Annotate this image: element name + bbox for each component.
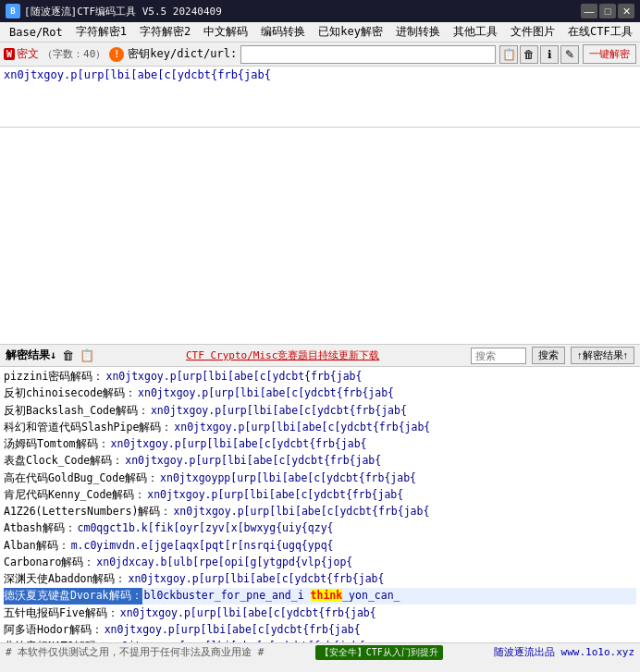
title-bar: B [随波逐流]CTF编码工具 V5.5 20240409 — □ ✕ — [0, 0, 640, 22]
search-button[interactable]: 搜索 — [532, 347, 565, 364]
cipher-text-7: xn0jtxgoy.p[urp[lbi[abe[c[ydcbt{frb{jab{ — [147, 487, 636, 503]
toolbar: W 密文 （字数：40） ! 密钥key/dict/url: 📋 🗑 ℹ ✎ 一… — [0, 43, 640, 67]
toolbar-icon-buttons: 📋 🗑 ℹ ✎ — [499, 45, 579, 64]
cipher-name-5: 表盘Clock_Code解码： — [4, 453, 123, 469]
menu-known-key[interactable]: 已知key解密 — [313, 22, 388, 42]
result-row-15: 阿多语Hodor解码：xn0jtxgoy.p[urp[lbi[abe[c[ydc… — [4, 622, 636, 638]
menu-encode-convert[interactable]: 编码转换 — [255, 22, 311, 42]
cipher-text-0: xn0jtxgoy.p[urp[lbi[abe[c[ydcbt{frb{jab{ — [105, 369, 636, 385]
cipher-text-6: xn0jtxgoypp[urp[lbi[abe[c[ydcbt{frb{jab{ — [160, 470, 636, 486]
result-up-button[interactable]: ↑解密结果↑ — [571, 347, 634, 364]
cipher-text-4: xn0jtxgoy.p[urp[lbi[abe[c[ydcbt{frb{jab{ — [111, 436, 636, 452]
cipher-name-12: 深渊天使Abaddon解码： — [4, 571, 126, 587]
menu-file-image[interactable]: 文件图片 — [505, 22, 560, 42]
menu-base-rot[interactable]: Base/Rot — [4, 24, 68, 41]
main-input-area[interactable]: xn0jtxgoy.p[urp[lbi[abe[c[ydcbt{frb{jab{ — [0, 67, 640, 128]
result-row-12: 深渊天使Abaddon解码：xn0jtxgoy.p[urp[lbi[abe[c[… — [4, 571, 636, 587]
input-label: 密文 — [17, 46, 39, 62]
title-bar-controls: — □ ✕ — [581, 4, 634, 18]
result-row-9: Atbash解码：cm0qgct1b.k[fik[oyr[zyv[x[bwxyg… — [4, 520, 636, 536]
menu-base-convert[interactable]: 进制转换 — [390, 22, 446, 42]
result-row-5: 表盘Clock_Code解码：xn0jtxgoy.p[urp[lbi[abe[c… — [4, 453, 636, 469]
cipher-name-10: Alban解码： — [4, 538, 69, 554]
result-row-10: Alban解码：m.c0yimvdn.e[jge[aqx[pqt[r[nsrqi… — [4, 538, 636, 554]
cipher-text-13: bl0ckbuster_for_pne_and_i think_yon_can_ — [144, 588, 636, 604]
cipher-text-14: xn0jtxgoy.p[urp[lbi[abe[c[ydcbt{frb{jab{ — [120, 605, 636, 621]
cipher-text-2: xn0jtxgoy.p[urp[lbi[abe[c[ydcbt{frb{jab{ — [151, 403, 636, 419]
result-row-13: 德沃夏克键盘Dvorak解码：bl0ckbuster_for_pne_and_i… — [4, 588, 636, 604]
cipher-name-3: 科幻和管道代码SlashPipe解码： — [4, 420, 172, 435]
cipher-name-1: 反初chinoisecode解码： — [4, 385, 136, 401]
result-row-14: 五针电报码Five解码：xn0jtxgoy.p[urp[lbi[abe[c[yd… — [4, 605, 636, 621]
results-label: 解密结果↓ — [6, 348, 56, 363]
cipher-text-11: xn0jdxcay.b[ulb[rpe[opi[g[ytgpd{vlp{jop{ — [96, 555, 636, 570]
copy-icon-btn[interactable]: 📋 — [499, 45, 518, 64]
result-row-1: 反初chinoisecode解码：xn0jtxgoy.p[urp[lbi[abe… — [4, 385, 636, 401]
search-input[interactable] — [471, 348, 526, 364]
key-input[interactable] — [240, 45, 496, 64]
one-click-decrypt-button[interactable]: 一键解密 — [583, 44, 636, 64]
char-count: （字数：40） — [43, 47, 105, 61]
key-label: 密钥key/dict/url: — [128, 46, 237, 62]
bottom-bar-center: 【安全牛】CTF从入门到提升 — [315, 645, 443, 660]
cipher-name-13: 德沃夏克键盘Dvorak解码： — [4, 588, 142, 604]
result-row-11: Carbonaro解码：xn0jdxcay.b[ulb[rpe[opi[g[yt… — [4, 555, 636, 570]
cipher-name-9: Atbash解码： — [4, 520, 76, 536]
minimize-button[interactable]: — — [581, 4, 597, 18]
cipher-text-5: xn0jtxgoy.p[urp[lbi[abe[c[ydcbt{frb{jab{ — [125, 453, 636, 469]
cipher-name-0: pizzini密码解码： — [4, 369, 104, 385]
results-copy-icon[interactable]: 📋 — [80, 348, 94, 362]
result-row-3: 科幻和管道代码SlashPipe解码：xn0jtxgoy.p[urp[lbi[a… — [4, 420, 636, 435]
menu-online-ctf[interactable]: 在线CTF工具 — [562, 22, 638, 42]
cipher-name-15: 阿多语Hodor解码： — [4, 622, 103, 638]
cipher-name-8: A1Z26(LettersNumbers)解码： — [4, 504, 171, 519]
cipher-text-10: m.c0yimvdn.e[jge[aqx[pqt[r[nsrqi{ugq{ypq… — [71, 538, 636, 554]
cipher-name-16: 北约音标NATO解码： — [4, 639, 107, 642]
menu-chinese-decode[interactable]: 中文解码 — [198, 22, 253, 42]
results-area: pizzini密码解码：xn0jtxgoy.p[urp[lbi[abe[c[yd… — [0, 367, 640, 642]
workspace — [0, 128, 640, 345]
results-area-outer: pizzini密码解码：xn0jtxgoy.p[urp[lbi[abe[c[yd… — [0, 367, 640, 642]
result-row-4: 汤姆码Tomtom解码：xn0jtxgoy.p[urp[lbi[abe[c[yd… — [4, 436, 636, 452]
input-label-group: W 密文 — [4, 46, 39, 62]
cipher-name-14: 五针电报码Five解码： — [4, 605, 118, 621]
result-row-6: 高在代码GoldBug_Code解码：xn0jtxgoypp[urp[lbi[a… — [4, 470, 636, 486]
menu-char-decrypt1[interactable]: 字符解密1 — [70, 22, 132, 42]
cipher-text-3: xn0jtxgoy.p[urp[lbi[abe[c[ydcbt{frb{jab{ — [174, 420, 636, 435]
result-row-0: pizzini密码解码：xn0jtxgoy.p[urp[lbi[abe[c[yd… — [4, 369, 636, 385]
result-row-2: 反初Backslash_Code解码：xn0jtxgoy.p[urp[lbi[a… — [4, 403, 636, 419]
app-icon: B — [6, 4, 20, 18]
cipher-name-2: 反初Backslash_Code解码： — [4, 403, 149, 419]
menu-bar: Base/Rot 字符解密1 字符解密2 中文解码 编码转换 已知key解密 进… — [0, 22, 640, 43]
cipher-text-9: cm0qgct1b.k[fik[oyr[zyv[x[bwxyg{uiy{qzy{ — [78, 520, 636, 536]
word-icon: W — [4, 48, 15, 60]
cipher-text-12: xn0jtxgoy.p[urp[lbi[abe[c[ydcbt{frb{jab{ — [128, 571, 636, 587]
menu-other-tools[interactable]: 其他工具 — [448, 22, 503, 42]
bottom-bar-left-text: # 本软件仅供测试之用，不提用于任何非法及商业用途 # — [6, 645, 265, 659]
highlighted-word: think — [311, 589, 343, 602]
close-button[interactable]: ✕ — [618, 4, 634, 18]
results-label-text: 解密结果↓ — [6, 348, 56, 363]
results-trash-icon[interactable]: 🗑 — [62, 348, 74, 362]
cipher-name-6: 高在代码GoldBug_Code解码： — [4, 470, 158, 486]
results-toolbar: 解密结果↓ 🗑 📋 CTF Crypto/Misc竞赛题目持续更新下载 搜索 ↑… — [0, 345, 640, 367]
result-row-16: 北约音标NATO解码：xn0jtxgoy.p[urp[lbi[abe[c[ydc… — [4, 639, 636, 642]
result-row-8: A1Z26(LettersNumbers)解码：xn0jtxgoy.p[urp[… — [4, 504, 636, 519]
bottom-bar: # 本软件仅供测试之用，不提用于任何非法及商业用途 # 【安全牛】CTF从入门到… — [0, 642, 640, 661]
title-bar-left: B [随波逐流]CTF编码工具 V5.5 20240409 — [6, 4, 222, 18]
safe-cow-button[interactable]: 【安全牛】CTF从入门到提升 — [315, 645, 443, 660]
clear-icon-btn[interactable]: 🗑 — [520, 45, 538, 64]
bottom-bar-right-text: 随波逐流出品 www.1o1o.xyz — [494, 645, 634, 659]
maximize-button[interactable]: □ — [599, 4, 616, 18]
ctf-download-link[interactable]: CTF Crypto/Misc竞赛题目持续更新下载 — [100, 348, 465, 362]
info-icon-btn[interactable]: ℹ — [540, 45, 559, 64]
edit-icon-btn[interactable]: ✎ — [560, 45, 579, 64]
result-row-7: 肯尼代码Kenny_Code解码：xn0jtxgoy.p[urp[lbi[abe… — [4, 487, 636, 503]
cipher-text-16: xn0jtxgoy.p[urp[lbi[abe[c[ydcbt{frb{jab{ — [109, 639, 636, 642]
cipher-name-4: 汤姆码Tomtom解码： — [4, 436, 109, 452]
cipher-text-15: xn0jtxgoy.p[urp[lbi[abe[c[ydcbt{frb{jab{ — [105, 622, 636, 638]
cipher-name-11: Carbonaro解码： — [4, 555, 94, 570]
cipher-text-1: xn0jtxgoy.p[urp[lbi[abe[c[ydcbt{frb{jab{ — [138, 385, 636, 401]
menu-char-decrypt2[interactable]: 字符解密2 — [134, 22, 196, 42]
app-title: [随波逐流]CTF编码工具 V5.5 20240409 — [24, 5, 222, 18]
